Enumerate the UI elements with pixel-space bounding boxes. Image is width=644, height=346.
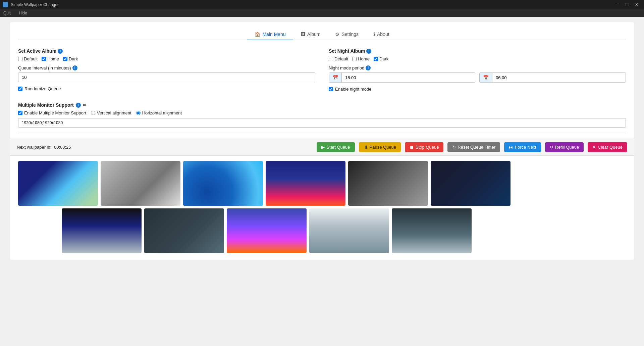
set-night-album-section: Set Night Album i Default Home Dark	[329, 48, 626, 61]
night-album-info-icon[interactable]: i	[366, 49, 371, 54]
night-dark-checkbox[interactable]	[374, 57, 378, 61]
wallpaper-thumb[interactable]	[431, 161, 511, 206]
reset-icon: ↻	[452, 145, 456, 150]
randomize-queue-section: Randomize Queue	[18, 86, 315, 91]
wallpaper-thumb[interactable]	[101, 161, 180, 206]
right-settings: Set Night Album i Default Home Dark	[329, 48, 626, 96]
app-title: Simple Wallpaper Changer	[11, 2, 59, 7]
queue-interval-label: Queue Interval (In minutes) i	[18, 65, 315, 70]
queue-timer: Next wallpaper in: 00:08:25	[17, 145, 71, 150]
monitor-edit-icon[interactable]: ✏	[83, 103, 87, 108]
wallpaper-thumb[interactable]	[144, 208, 224, 253]
wallpaper-row-1	[18, 161, 626, 206]
stop-queue-button[interactable]: ⏹ Stop Queue	[405, 142, 443, 152]
set-active-album-title: Set Active Album i	[18, 48, 315, 54]
clear-queue-button[interactable]: ✕ Clear Queue	[588, 142, 627, 152]
minimize-button[interactable]: ─	[612, 1, 621, 8]
tab-main-menu[interactable]: 🏠 Main Menu	[247, 29, 293, 40]
night-album-checkboxes: Default Home Dark	[329, 56, 626, 61]
night-dark-label[interactable]: Dark	[374, 56, 388, 61]
randomize-queue-checkbox[interactable]	[18, 87, 22, 91]
wallpaper-thumb[interactable]	[309, 208, 389, 253]
active-dark-checkbox[interactable]	[63, 57, 67, 61]
randomize-queue-label[interactable]: Randomize Queue	[18, 86, 315, 91]
night-default-checkbox[interactable]	[329, 57, 333, 61]
active-album-info-icon[interactable]: i	[58, 49, 63, 54]
tab-album[interactable]: 🖼 Album	[293, 29, 328, 40]
wallpaper-thumb[interactable]	[348, 161, 428, 206]
enable-night-mode-checkbox[interactable]	[329, 87, 333, 91]
info-tab-icon: ℹ	[373, 32, 375, 37]
enable-monitor-checkbox[interactable]	[18, 111, 22, 115]
active-album-checkboxes: Default Home Dark	[18, 56, 315, 61]
night-home-label[interactable]: Home	[352, 56, 370, 61]
queue-bar: Next wallpaper in: 00:08:25 ▶ Start Queu…	[10, 139, 634, 156]
time-inputs: 📅 18:00 📅 06:00	[329, 72, 626, 83]
pause-icon: ⏸	[364, 145, 368, 150]
vertical-alignment-radio[interactable]	[91, 111, 95, 115]
night-mode-period-section: Night mode period i 📅 18:00 📅 06:00	[329, 65, 626, 83]
stop-icon: ⏹	[410, 145, 414, 150]
start-time-wrap: 📅 18:00	[329, 72, 475, 83]
wallpaper-thumb[interactable]	[392, 208, 472, 253]
horizontal-alignment-radio[interactable]	[136, 111, 141, 115]
skip-icon: ⏭	[509, 145, 513, 150]
refill-queue-button[interactable]: ↺ Refill Queue	[545, 142, 584, 152]
title-bar-left: Simple Wallpaper Changer	[3, 2, 59, 7]
monitor-options: Enable Multiple Monitor Support Vertical…	[18, 110, 626, 115]
night-mode-info-icon[interactable]: i	[366, 65, 371, 70]
window-controls: ─ ❐ ✕	[612, 1, 641, 8]
wallpaper-grid	[18, 161, 626, 253]
settings-grid: Set Active Album i Default Home Dark	[18, 48, 626, 96]
menu-quit[interactable]: Quit	[1, 10, 13, 16]
start-time-input[interactable]: 18:00	[342, 73, 475, 82]
close-button[interactable]: ✕	[632, 1, 641, 8]
tab-settings[interactable]: ⚙ Settings	[328, 29, 366, 40]
monitor-resolution-input[interactable]: 1920x1080;1920x1080	[18, 118, 626, 128]
wallpaper-thumb[interactable]	[62, 208, 142, 253]
active-home-label[interactable]: Home	[42, 56, 59, 61]
app-icon	[3, 2, 8, 7]
wallpaper-thumb[interactable]	[183, 161, 263, 206]
end-time-wrap: 📅 06:00	[479, 72, 626, 83]
enable-night-mode-label[interactable]: Enable night mode	[329, 87, 626, 92]
force-next-button[interactable]: ⏭ Force Next	[504, 142, 541, 152]
monitor-section: Multiple Monitor Support i ✏ Enable Mult…	[18, 102, 626, 128]
start-queue-button[interactable]: ▶ Start Queue	[317, 142, 355, 152]
active-default-checkbox[interactable]	[18, 57, 22, 61]
active-dark-label[interactable]: Dark	[63, 56, 78, 61]
queue-interval-info-icon[interactable]: i	[72, 65, 77, 70]
vertical-alignment-label[interactable]: Vertical alignment	[91, 110, 131, 115]
wallpaper-thumb[interactable]	[18, 161, 98, 206]
set-night-album-title: Set Night Album i	[329, 48, 626, 54]
reset-timer-button[interactable]: ↻ Reset Queue Timer	[447, 142, 500, 152]
wallpaper-thumb[interactable]	[227, 208, 307, 253]
queue-interval-input[interactable]: 10	[18, 72, 315, 82]
night-home-checkbox[interactable]	[352, 57, 357, 61]
tab-about[interactable]: ℹ About	[366, 29, 397, 40]
tab-bar: 🏠 Main Menu 🖼 Album ⚙ Settings ℹ About	[18, 29, 626, 40]
night-default-label[interactable]: Default	[329, 56, 348, 61]
active-home-checkbox[interactable]	[42, 57, 46, 61]
monitor-info-icon[interactable]: i	[76, 103, 81, 108]
queue-interval-section: Queue Interval (In minutes) i 10	[18, 65, 315, 82]
set-active-album-section: Set Active Album i Default Home Dark	[18, 48, 315, 61]
wallpaper-row-2	[18, 208, 626, 253]
monitor-title: Multiple Monitor Support i ✏	[18, 102, 626, 108]
end-time-input[interactable]: 06:00	[492, 73, 626, 82]
menu-hide[interactable]: Hide	[17, 10, 29, 16]
night-mode-period-label: Night mode period i	[329, 65, 626, 70]
restore-button[interactable]: ❐	[622, 1, 631, 8]
gear-icon: ⚙	[335, 32, 339, 37]
horizontal-alignment-label[interactable]: Horizontal alignment	[136, 110, 182, 115]
end-time-icon: 📅	[480, 73, 492, 82]
pause-queue-button[interactable]: ⏸ Pause Queue	[359, 142, 401, 152]
enable-night-mode-section: Enable night mode	[329, 87, 626, 92]
enable-monitor-label[interactable]: Enable Multiple Monitor Support	[18, 110, 86, 115]
clear-icon: ✕	[592, 145, 596, 150]
main-content: 🏠 Main Menu 🖼 Album ⚙ Settings ℹ About S…	[10, 22, 634, 260]
refill-icon: ↺	[550, 145, 553, 150]
menu-bar: Quit Hide	[0, 9, 644, 17]
active-default-label[interactable]: Default	[18, 56, 38, 61]
wallpaper-thumb[interactable]	[266, 161, 345, 206]
